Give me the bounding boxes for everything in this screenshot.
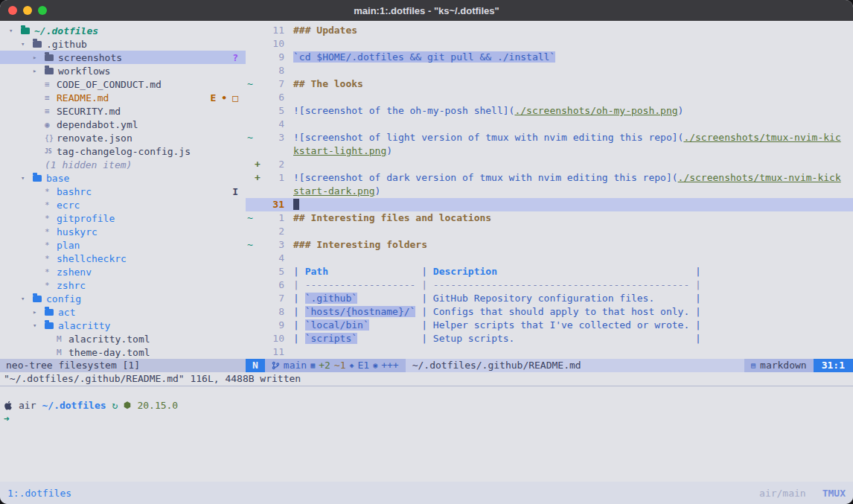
fold-marker[interactable] [246, 332, 255, 345]
tree-item-bashrc[interactable]: *bashrcI [0, 185, 246, 198]
tree-item-tag-changelog-config-js[interactable]: JStag-changelog-config.js [0, 144, 246, 158]
editor-line[interactable]: ~7## The looks [246, 77, 853, 91]
editor-line[interactable]: 10 [246, 37, 853, 51]
editor-line[interactable]: 6| ------------------- | ---------------… [246, 278, 853, 292]
fold-marker[interactable] [246, 265, 255, 278]
editor-line[interactable]: 7| `.github` | GitHub Repository configu… [246, 292, 853, 305]
editor-line[interactable]: 8| `hosts/{hostname}/` | Configs that sh… [246, 305, 853, 319]
git-branch-name: main [284, 359, 307, 372]
tree-item-theme-day-toml[interactable]: Mtheme-day.toml [0, 345, 246, 359]
tree-item-config[interactable]: ▾config [0, 292, 246, 305]
editor-line[interactable]: 9| `local/bin` | Helper scripts that I'v… [246, 319, 853, 332]
fold-marker[interactable] [246, 225, 255, 238]
fold-marker[interactable] [246, 37, 255, 51]
editor-line[interactable]: +1![screenshot of dark version of tmux w… [246, 171, 853, 185]
editor-line[interactable]: 5![screenshot of the oh-my-posh shell](.… [246, 104, 853, 118]
editor-line[interactable]: 8 [246, 64, 853, 77]
fold-marker[interactable]: ~ [246, 77, 255, 91]
expander-icon[interactable]: ▾ [33, 322, 45, 329]
folder-icon [45, 68, 54, 74]
tree-item-workflows[interactable]: ▸workflows [0, 64, 246, 77]
fold-marker[interactable] [246, 64, 255, 77]
tree-item-alacritty[interactable]: ▾alacritty [0, 319, 246, 332]
fold-marker[interactable] [246, 198, 255, 211]
tree-item-label: alacritty.toml [68, 334, 150, 345]
tree-item-github[interactable]: ▾.github [0, 37, 246, 51]
fold-marker[interactable] [246, 319, 255, 332]
neotree-statusline: neo-tree filesystem [1] [0, 359, 246, 372]
fold-marker[interactable] [246, 185, 255, 198]
fold-marker[interactable] [246, 278, 255, 292]
tree-item-gitprofile[interactable]: *gitprofile [0, 211, 246, 225]
fold-marker[interactable] [246, 158, 255, 171]
fold-marker[interactable] [246, 24, 255, 37]
editor-line[interactable]: 9`cd $HOME/.dotfiles && git pull && ./in… [246, 51, 853, 64]
expander-icon[interactable]: ▸ [33, 67, 45, 74]
shell-pane[interactable]: air ~/.dotfiles ↻ 20.15.0 ➜ [0, 386, 853, 482]
tree-item-huskyrc[interactable]: *huskyrc [0, 225, 246, 238]
expander-icon[interactable]: ▾ [21, 174, 33, 182]
tree-item-label: .github [46, 39, 87, 50]
tree-item-dependabot-yml[interactable]: ◉dependabot.yml [0, 118, 246, 131]
fold-marker[interactable] [246, 345, 255, 359]
fold-marker[interactable]: ~ [246, 131, 255, 144]
editor-line[interactable]: 11### Updates [246, 24, 853, 37]
editor-line[interactable]: 5| Path | Description | [246, 265, 853, 278]
fold-marker[interactable] [246, 104, 255, 118]
tree-item-act[interactable]: ▸act [0, 305, 246, 319]
fold-marker[interactable]: ~ [246, 238, 255, 252]
fold-marker[interactable] [246, 305, 255, 319]
fold-marker[interactable]: ~ [246, 211, 255, 225]
fold-marker[interactable] [246, 252, 255, 265]
editor-line[interactable]: +2 [246, 158, 853, 171]
editor-line[interactable]: ~1## Interesting files and locations [246, 211, 853, 225]
editor-line[interactable]: 11 [246, 345, 853, 359]
editor-line[interactable]: ~3### Interesting folders [246, 238, 853, 252]
fold-marker[interactable] [246, 118, 255, 131]
tmux-window-name[interactable]: 1:.dotfiles [7, 488, 71, 499]
tree-item-zshrc[interactable]: *zshrc [0, 278, 246, 292]
tree-item-root[interactable]: ▾~/.dotfiles [0, 24, 246, 37]
editor-line[interactable]: ~3![screenshot of light version of tmux … [246, 131, 853, 144]
neotree-sidebar[interactable]: ▾~/.dotfiles▾.github▸screenshots?▸workfl… [0, 21, 246, 359]
tree-item-readme-md[interactable]: ≡README.mdE•□ [0, 91, 246, 104]
expander-icon[interactable]: ▸ [33, 308, 45, 316]
tree-item-hidden-items[interactable]: (1 hidden item) [0, 158, 246, 171]
editor-pane[interactable]: 11### Updates109`cd $HOME/.dotfiles && g… [246, 21, 853, 359]
fold-marker[interactable] [246, 144, 255, 158]
tree-item-ecrc[interactable]: *ecrc [0, 198, 246, 211]
tree-item-screenshots[interactable]: ▸screenshots? [0, 51, 246, 64]
tree-item-plan[interactable]: *plan [0, 238, 246, 252]
expander-icon[interactable]: ▾ [21, 40, 33, 48]
titlebar[interactable]: main:1:.dotfiles - "ks~/.dotfiles" [0, 0, 853, 21]
maximize-button[interactable] [38, 6, 47, 15]
editor-line[interactable]: 10| `scripts` | Setup scripts. | [246, 332, 853, 345]
expander-icon[interactable]: ▸ [33, 54, 45, 61]
editor-line[interactable]: start-dark.png) [246, 185, 853, 198]
tree-item-renovate-json[interactable]: {}renovate.json [0, 131, 246, 144]
tree-item-shellcheckrc[interactable]: *shellcheckrc [0, 252, 246, 265]
shell-input-line[interactable]: ➜ [0, 412, 853, 425]
tree-item-zshenv[interactable]: *zshenv [0, 265, 246, 278]
text-segment: | [328, 266, 433, 277]
tree-item-code-of-conduct-md[interactable]: ≡CODE_OF_CONDUCT.md [0, 77, 246, 91]
fold-marker[interactable] [246, 91, 255, 104]
editor-line[interactable]: 6 [246, 91, 853, 104]
fold-marker[interactable] [246, 51, 255, 64]
minimize-button[interactable] [23, 6, 32, 15]
close-button[interactable] [8, 6, 17, 15]
tree-item-alacritty-toml[interactable]: Malacritty.toml [0, 332, 246, 345]
line-number: 2 [263, 158, 284, 171]
editor-line[interactable]: kstart-light.png) [246, 144, 853, 158]
fold-marker[interactable] [246, 292, 255, 305]
tree-item-base[interactable]: ▾base [0, 171, 246, 185]
editor-line[interactable]: 31 [246, 198, 853, 211]
editor-line[interactable]: 2 [246, 225, 853, 238]
expander-icon[interactable]: ▾ [9, 27, 21, 34]
editor-line[interactable]: 4 [246, 252, 853, 265]
fold-marker[interactable] [246, 171, 255, 185]
expander-icon[interactable]: ▾ [21, 295, 33, 302]
editor-line[interactable]: 4 [246, 118, 853, 131]
tree-item-security-md[interactable]: ≡SECURITY.md [0, 104, 246, 118]
line-number: 9 [263, 51, 284, 64]
